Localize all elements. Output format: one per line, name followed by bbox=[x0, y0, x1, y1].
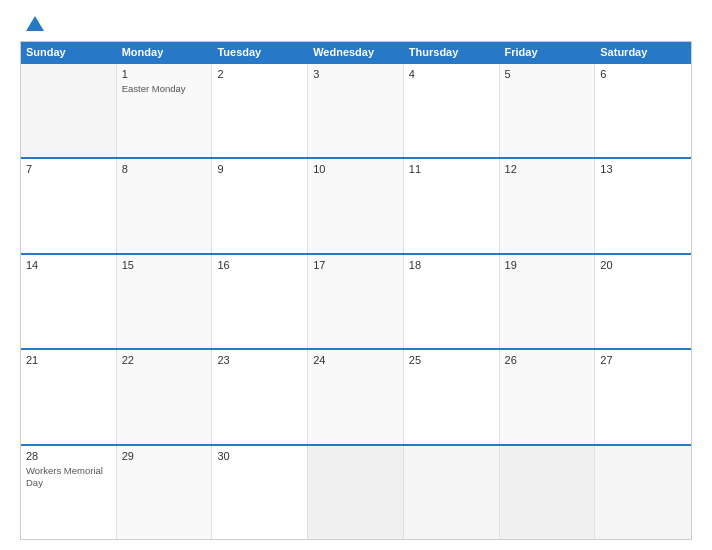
day-cell: 12 bbox=[500, 159, 596, 252]
day-cell: 13 bbox=[595, 159, 691, 252]
day-number: 13 bbox=[600, 163, 686, 175]
day-cell: 27 bbox=[595, 350, 691, 443]
header bbox=[20, 18, 692, 31]
day-cell: 2 bbox=[212, 64, 308, 157]
day-number: 7 bbox=[26, 163, 111, 175]
day-number: 6 bbox=[600, 68, 686, 80]
day-cell: 24 bbox=[308, 350, 404, 443]
week-row-5: 28Workers Memorial Day2930 bbox=[21, 444, 691, 539]
day-cell: 6 bbox=[595, 64, 691, 157]
day-number: 4 bbox=[409, 68, 494, 80]
day-cell: 26 bbox=[500, 350, 596, 443]
day-number: 9 bbox=[217, 163, 302, 175]
day-number: 20 bbox=[600, 259, 686, 271]
day-cell: 9 bbox=[212, 159, 308, 252]
day-number: 28 bbox=[26, 450, 111, 462]
day-cell: 16 bbox=[212, 255, 308, 348]
day-cell: 14 bbox=[21, 255, 117, 348]
day-number: 5 bbox=[505, 68, 590, 80]
day-number: 3 bbox=[313, 68, 398, 80]
week-row-4: 21222324252627 bbox=[21, 348, 691, 443]
logo bbox=[20, 18, 44, 31]
day-cell bbox=[404, 446, 500, 539]
day-number: 29 bbox=[122, 450, 207, 462]
day-number: 15 bbox=[122, 259, 207, 271]
week-row-1: 1Easter Monday23456 bbox=[21, 62, 691, 157]
day-cell bbox=[308, 446, 404, 539]
day-cell: 20 bbox=[595, 255, 691, 348]
weeks-container: 1Easter Monday23456789101112131415161718… bbox=[21, 62, 691, 539]
day-cell bbox=[500, 446, 596, 539]
column-header-row: SundayMondayTuesdayWednesdayThursdayFrid… bbox=[21, 42, 691, 62]
day-number: 25 bbox=[409, 354, 494, 366]
day-cell: 30 bbox=[212, 446, 308, 539]
day-number: 21 bbox=[26, 354, 111, 366]
week-row-2: 78910111213 bbox=[21, 157, 691, 252]
day-cell: 28Workers Memorial Day bbox=[21, 446, 117, 539]
logo-triangle-icon bbox=[26, 16, 44, 31]
day-number: 18 bbox=[409, 259, 494, 271]
day-cell: 3 bbox=[308, 64, 404, 157]
day-cell: 19 bbox=[500, 255, 596, 348]
day-event: Easter Monday bbox=[122, 83, 186, 94]
day-cell: 8 bbox=[117, 159, 213, 252]
day-cell: 22 bbox=[117, 350, 213, 443]
day-cell: 1Easter Monday bbox=[117, 64, 213, 157]
column-header-monday: Monday bbox=[117, 42, 213, 62]
day-cell: 17 bbox=[308, 255, 404, 348]
day-number: 16 bbox=[217, 259, 302, 271]
column-header-sunday: Sunday bbox=[21, 42, 117, 62]
column-header-saturday: Saturday bbox=[595, 42, 691, 62]
day-number: 17 bbox=[313, 259, 398, 271]
day-number: 1 bbox=[122, 68, 207, 80]
day-cell bbox=[21, 64, 117, 157]
week-row-3: 14151617181920 bbox=[21, 253, 691, 348]
calendar-page: SundayMondayTuesdayWednesdayThursdayFrid… bbox=[0, 0, 712, 550]
day-number: 22 bbox=[122, 354, 207, 366]
column-header-tuesday: Tuesday bbox=[212, 42, 308, 62]
day-cell: 5 bbox=[500, 64, 596, 157]
day-number: 8 bbox=[122, 163, 207, 175]
day-number: 26 bbox=[505, 354, 590, 366]
day-cell: 15 bbox=[117, 255, 213, 348]
day-number: 12 bbox=[505, 163, 590, 175]
day-number: 24 bbox=[313, 354, 398, 366]
day-number: 30 bbox=[217, 450, 302, 462]
day-cell: 18 bbox=[404, 255, 500, 348]
day-number: 19 bbox=[505, 259, 590, 271]
day-cell: 4 bbox=[404, 64, 500, 157]
day-number: 11 bbox=[409, 163, 494, 175]
day-number: 10 bbox=[313, 163, 398, 175]
column-header-wednesday: Wednesday bbox=[308, 42, 404, 62]
day-cell: 29 bbox=[117, 446, 213, 539]
day-event: Workers Memorial Day bbox=[26, 465, 103, 488]
day-cell: 11 bbox=[404, 159, 500, 252]
day-cell: 7 bbox=[21, 159, 117, 252]
column-header-thursday: Thursday bbox=[404, 42, 500, 62]
day-number: 27 bbox=[600, 354, 686, 366]
day-cell: 10 bbox=[308, 159, 404, 252]
day-number: 2 bbox=[217, 68, 302, 80]
calendar: SundayMondayTuesdayWednesdayThursdayFrid… bbox=[20, 41, 692, 540]
day-cell: 23 bbox=[212, 350, 308, 443]
day-cell: 25 bbox=[404, 350, 500, 443]
day-number: 23 bbox=[217, 354, 302, 366]
day-number: 14 bbox=[26, 259, 111, 271]
column-header-friday: Friday bbox=[500, 42, 596, 62]
day-cell: 21 bbox=[21, 350, 117, 443]
day-cell bbox=[595, 446, 691, 539]
